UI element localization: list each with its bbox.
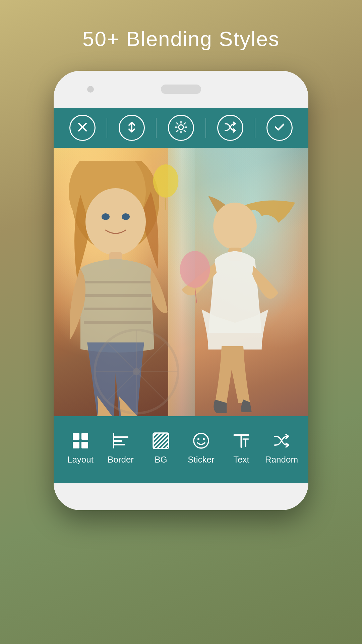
svg-rect-33 [113,436,128,438]
random-icon [273,432,291,450]
svg-rect-30 [81,433,88,440]
bottom-toolbar: Layout Border [54,416,308,483]
divider-3 [205,118,206,138]
phone-speaker [161,85,201,94]
close-icon [76,121,89,135]
svg-point-5 [85,188,146,255]
photo-canvas-area[interactable] [54,148,308,416]
sticker-button[interactable]: Sticker [181,432,221,465]
check-icon [273,121,286,135]
phone-shell: Layout Border [54,71,308,510]
svg-rect-31 [73,442,79,448]
svg-line-26 [107,372,136,401]
phone-camera [87,86,94,93]
random-label: Random [265,454,298,465]
phone-bottom [54,483,308,510]
text-label: Text [233,454,249,465]
svg-rect-36 [113,433,114,448]
bg-label: BG [155,454,167,465]
svg-point-13 [213,203,256,249]
divider-4 [255,118,255,138]
svg-rect-32 [81,442,88,448]
swap-button[interactable] [119,115,145,141]
border-icon [112,432,130,450]
gear-icon [174,120,188,136]
svg-point-2 [179,125,183,129]
svg-line-25 [136,342,166,372]
settings-button[interactable] [168,115,194,141]
swap-icon [125,121,138,135]
confirm-button[interactable] [266,115,293,141]
layout-button[interactable]: Layout [60,432,101,465]
divider-2 [156,118,157,138]
divider-1 [107,118,107,138]
bg-icon [152,432,170,450]
random-button[interactable]: Random [261,432,302,465]
svg-point-6 [102,213,110,220]
svg-point-27 [153,164,179,198]
sticker-label: Sticker [188,454,214,465]
svg-point-7 [122,213,130,220]
layout-label: Layout [67,454,94,465]
svg-line-41 [153,433,169,448]
phone-top [54,71,308,108]
svg-point-47 [203,438,205,440]
svg-line-43 [161,441,169,448]
sticker-icon [192,432,210,450]
top-toolbar [54,108,308,148]
svg-line-39 [153,433,161,440]
layout-icon [71,432,89,450]
text-button[interactable]: Text [221,432,261,465]
shuffle-button[interactable] [217,115,243,141]
text-icon [232,432,250,450]
bicycle-svg [92,269,181,416]
svg-rect-29 [73,433,79,440]
close-button[interactable] [69,115,96,141]
border-label: Border [108,454,134,465]
balloon-yellow-svg [150,161,181,210]
border-button[interactable]: Border [101,432,141,465]
person-right-svg [168,175,308,416]
bg-button[interactable]: BG [141,432,181,465]
svg-rect-35 [113,444,125,445]
page-title: 50+ Blending Styles [82,27,280,51]
svg-line-23 [107,342,136,372]
svg-line-24 [136,372,166,401]
svg-point-46 [197,438,199,440]
svg-point-15 [180,251,210,287]
shuffle-icon [224,120,237,136]
svg-rect-34 [113,440,122,442]
svg-point-45 [194,433,208,448]
